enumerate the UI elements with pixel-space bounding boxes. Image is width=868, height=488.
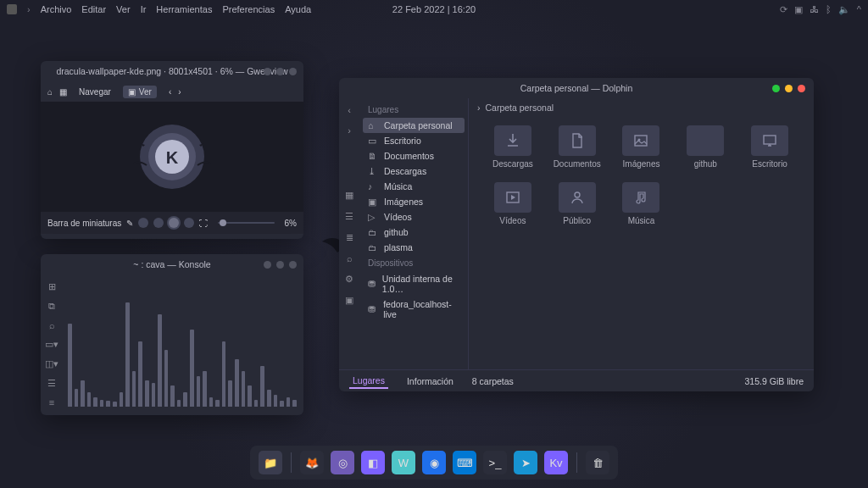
menu-herramientas[interactable]: Herramientas xyxy=(156,4,212,14)
chevron-up-icon[interactable]: ^ xyxy=(857,4,861,14)
tray-icon[interactable]: ⟳ xyxy=(780,4,787,15)
folder-github[interactable]: github xyxy=(675,125,736,169)
bg-option[interactable] xyxy=(138,218,148,228)
menu-ver[interactable]: Ver xyxy=(116,4,131,14)
folder-imágenes[interactable]: Imágenes xyxy=(611,125,672,169)
status-tab-lugares[interactable]: Lugares xyxy=(349,374,388,389)
forward-icon[interactable]: › xyxy=(348,125,351,136)
bluetooth-icon[interactable]: ᛒ xyxy=(826,4,832,14)
volume-icon[interactable]: 🔈 xyxy=(838,4,850,15)
dock-app2[interactable]: ◧ xyxy=(361,451,385,474)
close-button[interactable] xyxy=(289,261,297,269)
tab-icon[interactable]: ⊞ xyxy=(48,281,56,292)
dock-vscode[interactable]: ⌨ xyxy=(453,451,476,474)
cava-bar xyxy=(132,371,136,407)
folder-documentos[interactable]: Documentos xyxy=(547,125,608,169)
cava-bar xyxy=(287,397,291,407)
places-item[interactable]: ⤓Descargas xyxy=(359,164,468,179)
next-icon[interactable]: › xyxy=(178,87,181,97)
clock[interactable]: 22 Feb 2022 | 16:20 xyxy=(392,4,476,14)
places-item[interactable]: 🗀github xyxy=(359,225,468,240)
details-view-icon[interactable]: ≣ xyxy=(346,232,353,243)
minimize-button[interactable] xyxy=(772,85,780,92)
dock-firefox[interactable]: 🦊 xyxy=(300,451,324,474)
grid-icon[interactable]: ▦ xyxy=(59,87,67,97)
folder-vídeos[interactable]: Vídeos xyxy=(482,182,543,225)
bg-option-selected[interactable] xyxy=(169,218,179,228)
preview-icon[interactable]: ▣ xyxy=(345,295,353,306)
close-button[interactable] xyxy=(798,85,805,92)
split-icon[interactable]: ◫▾ xyxy=(45,358,58,369)
home-icon[interactable]: ⌂ xyxy=(47,87,53,97)
search-icon[interactable]: ⌕ xyxy=(49,320,55,330)
compact-view-icon[interactable]: ☰ xyxy=(345,211,353,222)
maximize-button[interactable] xyxy=(276,68,284,75)
places-item[interactable]: ♪Música xyxy=(359,179,468,194)
list-icon[interactable]: ☰ xyxy=(47,378,56,389)
folder-icon xyxy=(494,125,531,156)
fit-icon[interactable]: ⛶ xyxy=(199,219,208,228)
folder-música[interactable]: Música xyxy=(611,182,672,225)
menu-preferencias[interactable]: Preferencias xyxy=(222,4,275,14)
folder-icon xyxy=(559,182,596,213)
tray-icon[interactable]: ▣ xyxy=(794,4,803,15)
menu-archivo[interactable]: Archivo xyxy=(41,4,72,14)
places-item[interactable]: ▭Escritorio xyxy=(359,133,468,148)
app-menu-icon[interactable] xyxy=(7,4,17,14)
chevron-right-icon: › xyxy=(27,4,31,14)
breadcrumb[interactable]: › Carpeta personal xyxy=(469,98,814,117)
device-item[interactable]: ⛃fedora_localhost-live xyxy=(359,297,468,322)
close-button[interactable] xyxy=(289,68,297,75)
menu-ir[interactable]: Ir xyxy=(141,4,147,14)
back-icon[interactable]: ‹ xyxy=(348,105,351,115)
maximize-button[interactable] xyxy=(276,261,284,269)
menu-editar[interactable]: Editar xyxy=(81,4,106,14)
folder-label: Público xyxy=(563,216,591,225)
places-item[interactable]: ▣Imágenes xyxy=(359,194,468,209)
prev-icon[interactable]: ‹ xyxy=(169,87,171,97)
search-icon[interactable]: ⌕ xyxy=(347,253,353,263)
bg-option[interactable] xyxy=(153,218,164,228)
folder-público[interactable]: Público xyxy=(547,182,608,225)
copy-icon[interactable]: ⧉ xyxy=(48,301,55,312)
zoom-slider[interactable] xyxy=(218,222,274,224)
music-icon: ♪ xyxy=(368,181,378,191)
folder-descargas[interactable]: Descargas xyxy=(482,125,543,169)
places-item[interactable]: 🗀plasma xyxy=(359,240,468,255)
image-viewer[interactable]: K xyxy=(41,102,303,212)
minimize-button[interactable] xyxy=(264,68,271,75)
device-item[interactable]: ⛃Unidad interna de 1.0… xyxy=(359,271,468,297)
browse-button[interactable]: Navegar xyxy=(74,86,116,98)
gwenview-toolbar: ⌂ ▦ Navegar ▣Ver ‹ › xyxy=(41,81,303,102)
breadcrumb-item[interactable]: Carpeta personal xyxy=(486,103,554,113)
folder-escritorio[interactable]: Escritorio xyxy=(739,125,800,169)
dock-app1[interactable]: ◎ xyxy=(331,451,354,474)
settings-icon[interactable]: ⚙ xyxy=(345,274,353,285)
hamburger-icon[interactable]: ≡ xyxy=(49,397,54,408)
dock-app3[interactable]: W xyxy=(392,451,415,474)
places-item[interactable]: ▷Vídeos xyxy=(359,209,468,225)
gwenview-titlebar[interactable]: dracula-wallpaper-kde.png · 8001x4501 · … xyxy=(41,61,303,81)
places-item[interactable]: 🗎Documentos xyxy=(359,148,468,164)
icons-view-icon[interactable]: ▦ xyxy=(345,190,353,201)
konsole-titlebar[interactable]: ~ : cava — Konsole xyxy=(41,254,303,274)
view-button[interactable]: ▣Ver xyxy=(123,86,157,98)
system-tray[interactable]: ⟳ ▣ 🖧 ᛒ 🔈 ^ xyxy=(780,4,861,15)
dolphin-titlebar[interactable]: Carpeta personal — Dolphin xyxy=(339,78,814,98)
places-item[interactable]: ⌂Carpeta personal xyxy=(363,118,465,133)
maximize-button[interactable] xyxy=(785,85,793,92)
tray-icon[interactable]: 🖧 xyxy=(810,4,819,14)
menu-ayuda[interactable]: Ayuda xyxy=(285,4,311,14)
edit-icon[interactable]: ✎ xyxy=(126,219,133,228)
dock-trash[interactable]: 🗑 xyxy=(586,451,609,474)
minimize-button[interactable] xyxy=(264,261,271,269)
dock-files[interactable]: 📁 xyxy=(259,451,282,474)
dock-app4[interactable]: ◉ xyxy=(422,451,446,474)
bg-option[interactable] xyxy=(184,218,194,228)
gwenview-window: dracula-wallpaper-kde.png · 8001x4501 · … xyxy=(41,61,303,239)
dock-app5[interactable]: ➤ xyxy=(514,451,537,474)
menu-icon[interactable]: ▭▾ xyxy=(45,339,58,350)
dock-terminal[interactable]: >_ xyxy=(483,451,507,474)
dock-kvantum[interactable]: Kv xyxy=(544,451,568,474)
status-tab-informacion[interactable]: Información xyxy=(403,374,457,388)
